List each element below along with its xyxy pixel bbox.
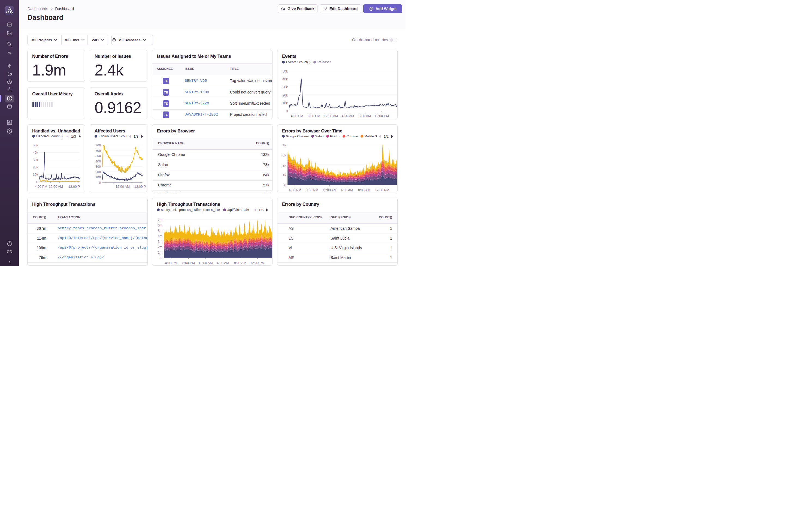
svg-text:200: 200 — [95, 170, 101, 174]
svg-text:12:00 AM: 12:00 AM — [116, 185, 130, 188]
svg-text:1m: 1m — [158, 251, 163, 255]
svg-text:2m: 2m — [158, 245, 163, 249]
svg-text:8:00 PM: 8:00 PM — [182, 261, 195, 265]
svg-text:0: 0 — [160, 256, 163, 260]
svg-text:0: 0 — [99, 181, 101, 184]
svg-text:4:00 PM: 4:00 PM — [35, 185, 47, 188]
svg-text:7m: 7m — [158, 218, 163, 222]
svg-text:10k: 10k — [33, 173, 39, 177]
svg-text:8:00 AM: 8:00 AM — [358, 188, 370, 192]
svg-text:100: 100 — [95, 175, 101, 179]
svg-text:20k: 20k — [33, 165, 39, 169]
svg-text:4:00 AM: 4:00 AM — [342, 114, 354, 118]
svg-text:8:00 PM: 8:00 PM — [306, 188, 318, 192]
svg-text:4:00 PM: 4:00 PM — [165, 261, 178, 265]
svg-text:12:00 PM: 12:00 PM — [374, 114, 389, 118]
svg-text:4:00 PM: 4:00 PM — [291, 114, 303, 118]
svg-text:3k: 3k — [282, 153, 287, 157]
svg-text:40k: 40k — [282, 77, 288, 81]
svg-text:12:00 AM: 12:00 AM — [49, 185, 63, 188]
svg-text:12:00 PM: 12:00 PM — [250, 261, 265, 265]
svg-text:12:00 AM: 12:00 AM — [322, 188, 337, 192]
svg-text:400: 400 — [95, 159, 101, 163]
svg-text:30k: 30k — [33, 158, 39, 162]
svg-text:20k: 20k — [282, 93, 288, 97]
svg-text:0: 0 — [286, 109, 288, 113]
svg-text:600: 600 — [95, 149, 101, 153]
svg-text:3m: 3m — [158, 240, 163, 244]
svg-text:8:00 AM: 8:00 AM — [234, 261, 246, 265]
svg-text:8:00 AM: 8:00 AM — [358, 114, 371, 118]
svg-text:12:00 AM: 12:00 AM — [199, 261, 213, 265]
svg-text:50k: 50k — [282, 70, 288, 73]
svg-text:8:00 PM: 8:00 PM — [308, 114, 320, 118]
svg-text:4:00 AM: 4:00 AM — [217, 261, 229, 265]
svg-text:40k: 40k — [33, 151, 39, 154]
svg-text:12:00 P: 12:00 P — [134, 185, 146, 188]
svg-text:300: 300 — [95, 165, 101, 168]
svg-text:700: 700 — [95, 143, 101, 147]
svg-text:4k: 4k — [282, 143, 287, 147]
svg-text:1k: 1k — [282, 173, 287, 177]
svg-text:12:00 P: 12:00 P — [68, 185, 80, 188]
svg-text:12:00 PM: 12:00 PM — [375, 188, 389, 192]
svg-text:4m: 4m — [158, 234, 163, 238]
svg-text:5m: 5m — [158, 229, 163, 233]
svg-text:10k: 10k — [282, 101, 288, 105]
svg-text:0: 0 — [36, 180, 38, 184]
svg-text:6m: 6m — [158, 224, 163, 227]
svg-text:30k: 30k — [282, 85, 288, 89]
svg-text:0: 0 — [284, 183, 286, 187]
svg-text:4:00 PM: 4:00 PM — [289, 188, 302, 192]
svg-text:12:00 AM: 12:00 AM — [324, 114, 338, 118]
svg-text:500: 500 — [95, 154, 101, 158]
svg-text:2k: 2k — [282, 164, 287, 167]
svg-text:4:00 AM: 4:00 AM — [341, 188, 353, 192]
svg-text:50k: 50k — [33, 143, 39, 147]
